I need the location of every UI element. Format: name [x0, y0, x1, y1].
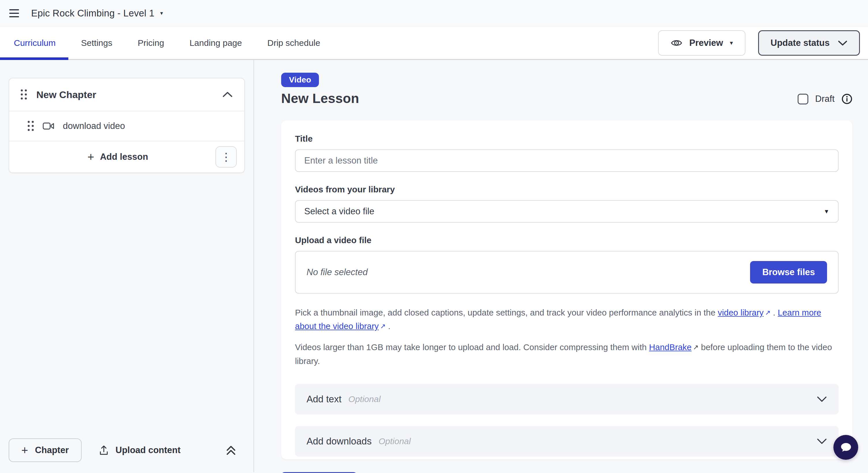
tab-landing-page[interactable]: Landing page	[177, 27, 255, 59]
tab-settings[interactable]: Settings	[68, 27, 125, 59]
lesson-title: download video	[63, 121, 125, 131]
compression-help-text: Videos larger than 1GB may take longer t…	[295, 340, 839, 368]
title-field-group: Title	[295, 134, 839, 172]
kebab-icon: ⋮	[221, 151, 231, 163]
update-status-button[interactable]: Update status	[758, 30, 860, 56]
preview-button[interactable]: Preview ▾	[658, 30, 745, 56]
caret-down-icon: ▾	[730, 40, 733, 45]
curriculum-sidebar: New Chapter download video +	[0, 60, 254, 472]
course-title: Epic Rock Climbing - Level 1	[31, 8, 154, 19]
lesson-type-badge: Video	[281, 73, 319, 87]
tab-pricing[interactable]: Pricing	[125, 27, 177, 59]
chapter-card: New Chapter download video +	[9, 78, 245, 173]
external-link-icon: ↗	[693, 342, 699, 353]
external-link-icon: ↗	[380, 321, 385, 332]
page-title: New Lesson	[281, 91, 359, 106]
header-actions: Preview ▾ Update status	[658, 30, 860, 56]
video-camera-icon	[43, 122, 54, 130]
info-icon[interactable]	[841, 93, 852, 104]
browse-files-button[interactable]: Browse files	[750, 261, 827, 284]
chapter-header[interactable]: New Chapter	[9, 78, 244, 111]
chapter-more-options-button[interactable]: ⋮	[215, 146, 237, 167]
lesson-title-input[interactable]	[295, 149, 839, 172]
select-caret-icon: ▼	[824, 208, 829, 215]
chevron-down-icon	[817, 438, 827, 444]
course-tabs: Curriculum Settings Pricing Landing page…	[0, 27, 333, 59]
add-chapter-button[interactable]: + Chapter	[9, 438, 82, 462]
lesson-row[interactable]: download video	[9, 111, 244, 141]
chat-bubble-icon	[839, 441, 852, 454]
lesson-title-row: New Lesson Draft	[281, 91, 852, 106]
video-library-link[interactable]: video library↗	[718, 308, 771, 317]
title-label: Title	[295, 134, 839, 144]
eye-icon	[671, 39, 682, 47]
upload-content-button[interactable]: Upload content	[98, 444, 181, 456]
add-lesson-button[interactable]: + Add lesson	[20, 151, 215, 163]
video-library-select[interactable]: Select a video file ▼	[295, 200, 839, 223]
sidebar-footer: + Chapter Upload content	[0, 428, 253, 472]
draft-label: Draft	[815, 94, 835, 104]
caret-down-icon: ▾	[160, 10, 163, 16]
drag-handle-icon[interactable]	[21, 89, 27, 100]
chevron-up-icon[interactable]	[222, 91, 233, 98]
content: New Chapter download video +	[0, 60, 868, 472]
add-lesson-row: + Add lesson ⋮	[9, 141, 244, 172]
external-link-icon: ↗	[765, 308, 771, 318]
drag-handle-icon[interactable]	[28, 121, 34, 131]
video-library-field-group: Videos from your library Select a video …	[295, 185, 839, 223]
video-library-label: Videos from your library	[295, 185, 839, 194]
plus-icon: +	[87, 151, 94, 163]
lesson-editor: Video New Lesson Draft Title Videos from…	[254, 60, 868, 472]
optional-label: Optional	[379, 436, 411, 446]
upload-icon	[98, 444, 109, 456]
chapter-title: New Chapter	[36, 89, 213, 100]
topbar: Epic Rock Climbing - Level 1 ▾	[0, 0, 868, 27]
file-dropzone[interactable]: No file selected Browse files	[295, 251, 839, 294]
chat-widget-button[interactable]	[833, 435, 858, 460]
double-chevron-up-icon	[225, 444, 237, 456]
tab-curriculum[interactable]: Curriculum	[0, 27, 68, 59]
collapse-all-button[interactable]	[225, 444, 237, 456]
draft-toggle-group: Draft	[798, 93, 852, 104]
add-text-label: Add text	[307, 394, 341, 405]
add-text-accordion[interactable]: Add text Optional	[295, 384, 839, 414]
video-library-help-text: Pick a thumbnail image, add closed capti…	[295, 306, 839, 333]
no-file-text: No file selected	[307, 267, 368, 278]
tab-drip-schedule[interactable]: Drip schedule	[255, 27, 333, 59]
upload-label: Upload a video file	[295, 235, 839, 245]
draft-checkbox[interactable]	[798, 94, 808, 104]
optional-label: Optional	[348, 394, 381, 404]
lesson-form-card: Title Videos from your library Select a …	[281, 121, 852, 460]
handbrake-link[interactable]: HandBrake	[649, 342, 692, 352]
plus-icon: +	[21, 444, 28, 456]
chevron-down-icon	[817, 396, 827, 402]
add-downloads-accordion[interactable]: Add downloads Optional	[295, 426, 839, 456]
upload-field-group: Upload a video file No file selected Bro…	[295, 235, 839, 294]
add-downloads-label: Add downloads	[307, 436, 372, 447]
video-library-selected-value: Select a video file	[304, 206, 374, 217]
course-title-dropdown[interactable]: Epic Rock Climbing - Level 1 ▾	[31, 8, 163, 19]
chevron-down-icon	[838, 40, 847, 46]
hamburger-menu-icon[interactable]	[9, 9, 19, 17]
tabbar: Curriculum Settings Pricing Landing page…	[0, 27, 868, 60]
